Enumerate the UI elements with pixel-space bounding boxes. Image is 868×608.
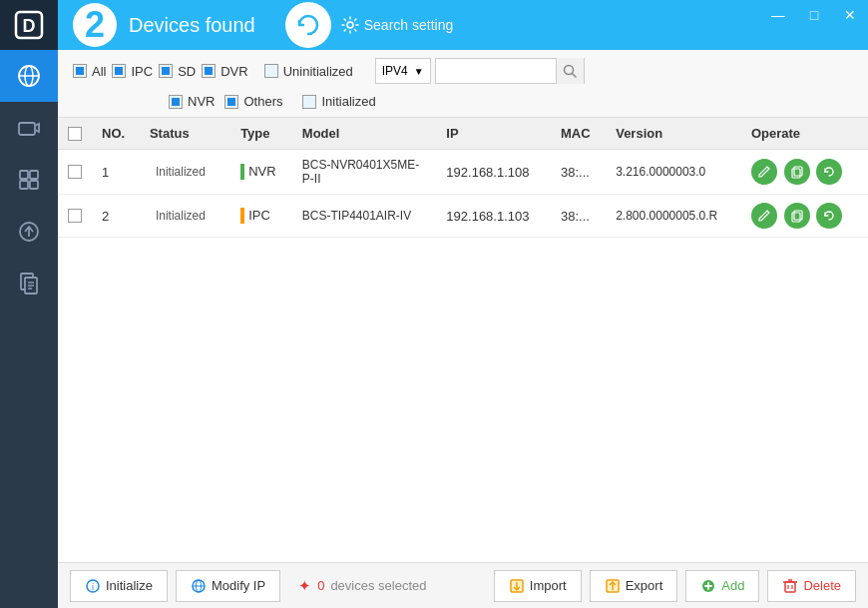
edit-button-0[interactable] xyxy=(751,159,777,185)
filter-others[interactable]: Others xyxy=(224,94,282,109)
export-label: Export xyxy=(626,578,663,593)
col-type: Type xyxy=(230,118,292,150)
row-checkbox-0[interactable] xyxy=(68,165,82,179)
copy-button-1[interactable] xyxy=(784,203,810,229)
reconnect-button-1[interactable] xyxy=(816,203,842,229)
page-title: Devices found xyxy=(129,14,255,37)
initialize-button[interactable]: i Initialize xyxy=(70,570,168,602)
close-button[interactable]: ✕ xyxy=(832,0,868,30)
col-model: Model xyxy=(292,118,437,150)
export-icon xyxy=(605,578,621,594)
delete-button[interactable]: Delete xyxy=(767,570,856,602)
export-button[interactable]: Export xyxy=(590,570,678,602)
bottom-bar: i Initialize Modify IP ✦ 0 devices selec… xyxy=(58,562,868,608)
col-mac: MAC xyxy=(551,118,606,150)
row-ip: 192.168.1.103 xyxy=(436,195,551,238)
row-checkbox-1[interactable] xyxy=(68,209,82,223)
row-operate xyxy=(741,150,868,195)
sidebar: D xyxy=(0,0,58,608)
refresh-button[interactable] xyxy=(285,2,331,48)
svg-text:i: i xyxy=(92,582,94,592)
table-row: 2 Initialized IPC BCS-TIP4401AIR-IV 192.… xyxy=(58,195,868,238)
copy-button-0[interactable] xyxy=(784,159,810,185)
filter-ipc-checkbox[interactable] xyxy=(112,64,126,78)
import-icon xyxy=(509,578,525,594)
filter-sd-checkbox[interactable] xyxy=(159,64,173,78)
minimize-button[interactable]: — xyxy=(760,0,796,30)
filter-dvr-checkbox[interactable] xyxy=(202,64,216,78)
filter-bar: All IPC SD DVR Uninitialized IPV4 ▼ xyxy=(58,50,868,118)
filter-uninitialized-checkbox[interactable] xyxy=(264,64,278,78)
maximize-button[interactable]: □ xyxy=(796,0,832,30)
tools-icon xyxy=(16,167,42,193)
sidebar-item-upgrade[interactable] xyxy=(0,206,58,258)
ipv4-select[interactable]: IPV4 ▼ xyxy=(375,58,431,84)
filter-nvr-label: NVR xyxy=(188,94,215,109)
row-status: Initialized xyxy=(140,150,230,195)
search-button[interactable] xyxy=(556,58,584,84)
filter-initialized-label: Initialized xyxy=(321,94,375,109)
svg-rect-25 xyxy=(794,211,802,220)
device-count: 2 xyxy=(73,3,117,47)
filter-dvr[interactable]: DVR xyxy=(202,64,247,79)
add-label: Add xyxy=(721,578,744,593)
network-icon xyxy=(16,63,42,89)
window-controls: — □ ✕ xyxy=(760,0,868,30)
svg-point-20 xyxy=(347,22,353,28)
sidebar-item-camera[interactable] xyxy=(0,102,58,154)
filter-uninitialized[interactable]: Uninitialized xyxy=(264,64,353,79)
selected-info: ✦ 0 devices selected xyxy=(298,577,426,595)
filter-nvr-checkbox[interactable] xyxy=(169,95,183,109)
initialize-label: Initialize xyxy=(106,578,153,593)
col-version: Version xyxy=(606,118,741,150)
search-input[interactable] xyxy=(436,59,556,83)
filter-all[interactable]: All xyxy=(73,64,106,79)
search-setting-label: Search setting xyxy=(364,17,454,33)
ipv4-dropdown-icon: ▼ xyxy=(414,66,424,77)
sidebar-item-network[interactable] xyxy=(0,50,58,102)
filter-ipc[interactable]: IPC xyxy=(112,64,153,79)
modify-ip-button[interactable]: Modify IP xyxy=(176,570,280,602)
svg-text:D: D xyxy=(23,16,36,36)
svg-rect-24 xyxy=(792,169,800,178)
filter-initialized[interactable]: Initialized xyxy=(302,94,375,109)
app-logo: D xyxy=(0,0,58,50)
add-button[interactable]: Add xyxy=(685,570,759,602)
svg-rect-39 xyxy=(785,582,795,592)
row-no: 2 xyxy=(92,195,140,238)
col-checkbox xyxy=(58,118,92,150)
row-type: IPC xyxy=(230,195,292,238)
filter-others-checkbox[interactable] xyxy=(224,95,238,109)
sidebar-item-docs[interactable] xyxy=(0,258,58,309)
search-setting-button[interactable]: Search setting xyxy=(341,16,454,34)
filter-all-checkbox[interactable] xyxy=(73,64,87,78)
camera-icon xyxy=(16,115,42,141)
row-ip: 192.168.1.108 xyxy=(436,150,551,195)
reconnect-button-0[interactable] xyxy=(816,159,842,185)
svg-rect-7 xyxy=(30,171,38,179)
import-label: Import xyxy=(530,578,567,593)
modify-ip-label: Modify IP xyxy=(212,578,265,593)
filter-sd[interactable]: SD xyxy=(159,64,196,79)
modify-ip-icon xyxy=(191,578,207,594)
svg-rect-26 xyxy=(792,213,800,222)
filter-nvr[interactable]: NVR xyxy=(169,94,215,109)
add-icon xyxy=(700,578,716,594)
filter-initialized-checkbox[interactable] xyxy=(302,95,316,109)
selected-star: ✦ xyxy=(298,577,311,595)
ipv4-label: IPV4 xyxy=(382,64,408,78)
edit-button-1[interactable] xyxy=(751,203,777,229)
col-status: Status xyxy=(140,118,230,150)
sidebar-item-tools[interactable] xyxy=(0,154,58,206)
row-model: BCS-TIP4401AIR-IV xyxy=(292,195,437,238)
row-version: 2.800.0000005.0.R xyxy=(606,195,741,238)
row-mac: 38:... xyxy=(551,195,606,238)
initialize-icon: i xyxy=(85,578,101,594)
import-button[interactable]: Import xyxy=(494,570,582,602)
col-no: NO. xyxy=(92,118,140,150)
row-no: 1 xyxy=(92,150,140,195)
filter-all-label: All xyxy=(92,64,106,79)
select-all-checkbox[interactable] xyxy=(68,127,82,141)
table-row: 1 Initialized NVR BCS-NVR0401X5ME-P-II 1… xyxy=(58,150,868,195)
filter-ipc-label: IPC xyxy=(131,64,153,79)
